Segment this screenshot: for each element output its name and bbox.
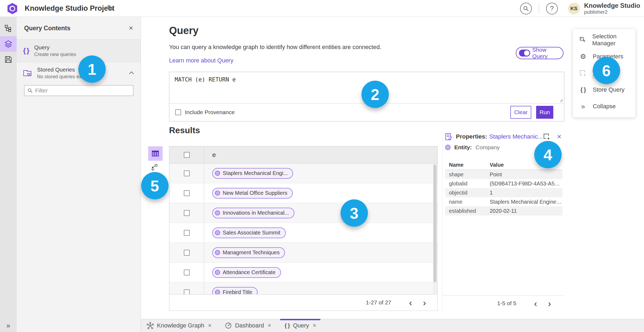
annotation-callout-6: 6 [593,57,620,84]
row-checkbox[interactable] [184,170,190,176]
property-row: objectid1 [445,188,562,197]
query-page-title: Query [169,25,199,36]
entity-chip[interactable]: Firebird Title [212,287,258,294]
annotation-callout-2: 2 [361,81,389,108]
entity-dot-icon [215,230,220,235]
show-query-label: Show Query [532,47,560,59]
close-properties-icon[interactable]: × [557,133,561,140]
braces-icon: { } [579,86,587,93]
annotation-callout-4: 4 [534,141,562,168]
table-row[interactable]: Innovations in Mechanical... [169,203,437,223]
left-icon-rail: » [0,17,17,332]
row-checkbox[interactable] [184,250,190,256]
table-row[interactable]: New Metal Office Suppliers [169,183,437,203]
prev-page-button[interactable]: ‹ [404,298,418,307]
table-view-button[interactable] [148,146,163,161]
stored-queries-filter[interactable] [24,85,133,96]
results-table-header: e [169,146,437,163]
entity-chip[interactable]: Managment Techniques [212,247,285,258]
edit-title-icon[interactable]: ✎ [107,3,114,13]
add-to-selection-icon[interactable] [543,133,550,140]
panel-title: Query Contents [24,25,71,32]
properties-table: Name Value shapePoint globalid{5D9B4713-… [445,160,562,215]
search-button[interactable] [520,3,532,14]
resize-handle[interactable] [559,98,563,102]
show-query-toggle[interactable]: Show Query [516,47,564,59]
entity-label: Entity: [454,144,472,151]
run-button[interactable]: Run [536,106,553,119]
close-tab-icon[interactable]: × [268,322,271,329]
entity-dot-icon [215,290,220,294]
project-title: Knowledge Studio Project [25,4,115,13]
help-icon: ? [550,5,554,12]
stored-queries-icon [23,69,32,77]
save-icon [5,56,12,63]
entity-type-dot-icon [445,145,451,150]
user-avatar[interactable]: KS [568,3,580,14]
row-checkbox[interactable] [184,230,190,236]
table-row[interactable]: Staplers Mechanical Engi... [169,163,437,183]
filter-search-icon [28,88,32,93]
tab-dashboard[interactable]: Dashboard × [222,319,274,332]
results-table: e Staplers Mechanical Engi... New Metal … [169,146,438,311]
properties-entity-link[interactable]: Staplers Mechanic... [489,133,543,140]
app-logo [7,3,18,14]
table-scrollbar[interactable] [433,164,437,294]
close-tab-icon[interactable]: × [313,322,316,329]
include-provenance-label: Include Provenance [185,109,235,115]
layers-view-button[interactable] [0,36,17,52]
entity-chip[interactable]: Innovations in Mechanical... [212,208,294,218]
main-content: Query You can query a knowledge graph to… [141,17,644,319]
hierarchy-view-button[interactable] [0,21,17,36]
selection-manager-icon [579,36,586,43]
row-checkbox[interactable] [184,190,190,196]
help-button[interactable]: ? [546,3,558,14]
add-to-selection-icon [579,70,586,77]
properties-icon [445,133,452,140]
clear-button[interactable]: Clear [510,106,531,119]
tab-knowledge-graph[interactable]: Knowledge Graph × [144,319,214,332]
results-pagination: 1-27 of 27 ‹ › [169,294,437,311]
row-checkbox[interactable] [184,289,190,294]
annotation-callout-1: 1 [78,55,106,83]
entity-chip[interactable]: Attendance Certificate [212,267,281,278]
table-row[interactable]: Sales Associate Summit [169,223,437,243]
table-row[interactable]: Managment Techniques [169,243,437,263]
close-tab-icon[interactable]: × [208,322,211,329]
next-page-button[interactable]: › [418,298,431,307]
learn-more-link[interactable]: Learn more about Query [169,57,233,64]
braces-icon: { } [23,47,29,55]
link-chart-icon [151,164,159,171]
knowledge-graph-icon [147,322,154,329]
query-contents-panel: Query Contents × { } Query Create new qu… [17,17,141,332]
menu-item-collapse[interactable]: » Collapse [573,98,635,115]
select-all-checkbox[interactable] [184,152,190,158]
query-description: You can query a knowledge graph to ident… [169,44,381,51]
next-page-button[interactable]: › [543,299,557,308]
bottom-tab-bar: Knowledge Graph × Dashboard × { } Query … [141,319,644,332]
tab-query[interactable]: { } Query × [282,319,319,332]
table-row[interactable]: Firebird Title [169,282,437,294]
chevron-up-icon[interactable] [129,71,134,74]
row-checkbox[interactable] [184,270,190,275]
properties-pagination: 1-5 of 5 ‹ › [442,295,564,311]
row-checkbox[interactable] [184,210,190,216]
include-provenance-checkbox[interactable] [175,109,181,115]
table-row[interactable]: Attendance Certificate [169,263,437,282]
property-row: globalid{5D9B4713-F98D-4A53-A59F-C11... [445,179,562,188]
entity-chip[interactable]: Sales Associate Summit [212,227,286,238]
column-header-e: e [204,151,216,159]
entity-chip[interactable]: Staplers Mechanical Engi... [212,168,293,179]
tree-item-subtitle: Create new queries [34,52,76,57]
link-chart-view-button[interactable] [151,164,159,172]
close-panel-icon[interactable]: × [129,24,133,32]
toggle-track [519,50,530,57]
entity-chip[interactable]: New Metal Office Suppliers [212,188,293,199]
save-button[interactable] [0,52,17,67]
tree-item-query[interactable]: { } Query Create new queries [17,40,141,62]
filter-input[interactable] [35,87,130,94]
prev-page-button[interactable]: ‹ [529,299,543,308]
menu-item-selection-manager[interactable]: Selection Manager [573,32,635,48]
expand-rail-button[interactable]: » [0,322,17,330]
entity-dot-icon [215,270,220,275]
